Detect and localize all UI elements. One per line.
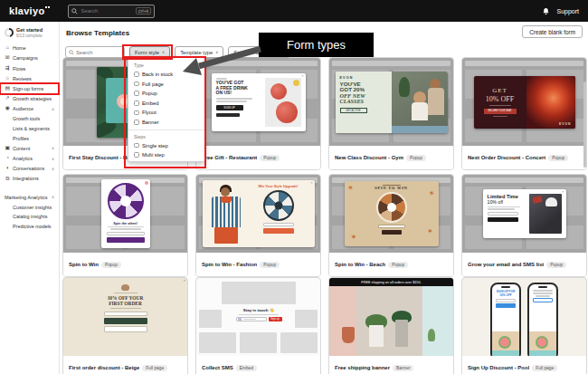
support-link[interactable]: Support	[556, 8, 579, 14]
filter-option-full-page[interactable]: Full page	[134, 82, 199, 87]
template-title: Grow your email and SMS list	[468, 262, 544, 267]
progress-ring-icon	[5, 28, 14, 37]
prize-wheel	[263, 190, 294, 221]
country-flag-icon	[238, 318, 242, 321]
sidebar-item-marketing-analytics[interactable]: Marketing Analytics∧	[0, 192, 59, 202]
popup-preview: × Win Your Style Upgrade!	[203, 180, 315, 247]
create-blank-form-button[interactable]: Create blank form	[522, 25, 583, 38]
sidebar-item-home[interactable]: ⌂Home	[0, 43, 59, 53]
sidebar-item-label: Sign-up forms	[13, 86, 43, 91]
template-card-spin-to-win-beach[interactable]: ✶ ✶ ✶ ✶ SPIN TO WIN Spin to Win - BeachP…	[328, 174, 454, 277]
filter-option-popup[interactable]: Popup	[134, 91, 199, 96]
option-label: Popup	[142, 91, 157, 96]
sidebar-item-label: Analytics	[13, 156, 33, 161]
template-card-new-class-discount-gym[interactable]: EVON YOU'VE GOT 20% OFF NEW CLASSES GET …	[328, 57, 454, 170]
template-search-input[interactable]	[76, 50, 121, 55]
template-card-spin-to-win-fashion[interactable]: × Win Your Style Upgrade! Spin to Win - …	[195, 174, 321, 277]
main-content: Browse Templates Create blank form Form …	[60, 22, 588, 374]
template-preview: ✶ ✶ ✶ ✶ SPIN TO WIN	[329, 175, 453, 253]
close-icon: ×	[301, 74, 303, 78]
sidebar-item-predictive-models[interactable]: Predictive models	[0, 222, 59, 232]
popup-preview: ✶ ✶ ✶ ✶ SPIN TO WIN	[345, 181, 439, 246]
page-title: Browse Templates	[66, 29, 129, 37]
gym-photo	[392, 72, 448, 133]
get-started-item[interactable]: Get started 6/13 complete	[0, 25, 59, 40]
popup-dismiss-button	[104, 326, 147, 332]
popup-preview: Spin the wheel	[101, 179, 150, 248]
checkbox-icon[interactable]	[134, 101, 139, 106]
sidebar-item-content[interactable]: ▣Content∨	[0, 143, 59, 153]
template-card-free-shipping-banner[interactable]: FREE shipping on all orders over $150. F…	[328, 277, 454, 374]
filter-option-embed[interactable]: Embed	[134, 101, 199, 106]
popup-cta-button	[488, 217, 518, 223]
close-icon	[145, 181, 148, 185]
starfish-icon: ✶	[426, 227, 433, 235]
vertical-scrollbar[interactable]	[583, 82, 587, 168]
checkbox-icon[interactable]	[134, 110, 139, 116]
popup-preview: × YOU'VE GOTA FREE DRINKON US! SIGN UP	[212, 73, 306, 131]
prize-wheel	[108, 183, 144, 219]
global-search[interactable]: ctrl+k	[68, 5, 155, 18]
filter-option-banner[interactable]: Banner	[134, 120, 199, 125]
sidebar-item-campaigns[interactable]: ✉Campaigns	[0, 53, 59, 63]
sidebar-item-conversations[interactable]: ◖Conversations∨	[0, 164, 59, 174]
filter-option-multi-step[interactable]: Multi step	[134, 152, 199, 158]
phone-notch	[501, 286, 510, 289]
sidebar: Get started 6/13 complete ⌂Home ✉Campaig…	[0, 22, 60, 374]
template-card-sign-up-discount-pool[interactable]: SIGN UP FOR10% OFF Sign Up Discount - Po…	[461, 277, 587, 374]
sidebar-item-profiles[interactable]: Profiles	[0, 133, 59, 143]
puzzle-icon: ⧉	[5, 177, 11, 182]
sidebar-item-growth-tools[interactable]: Growth tools	[0, 114, 59, 124]
option-label: Single step	[142, 143, 168, 149]
sidebar-item-integrations[interactable]: ⧉Integrations	[0, 174, 59, 184]
filter-option-single-step[interactable]: Single step	[134, 143, 199, 149]
sidebar-item-flows[interactable]: ⇶Flows	[0, 63, 59, 73]
phone-notch	[538, 286, 547, 289]
popup-heading: Stay in touch 👋	[243, 308, 274, 312]
sidebar-item-catalog-insights[interactable]: Catalog insights	[0, 212, 59, 222]
template-card-spin-to-win[interactable]: Spin the wheel Spin to WinPopup	[62, 174, 188, 277]
template-card-grow-email-sms[interactable]: × Limited Time 10% off Grow your email a…	[461, 174, 587, 277]
klaviyo-logo[interactable]: klaviyo	[9, 5, 44, 16]
popup-cta-button	[107, 237, 145, 243]
checkbox-icon[interactable]	[134, 91, 139, 96]
sidebar-item-lists-segments[interactable]: Lists & segments	[0, 124, 59, 134]
global-search-input[interactable]	[81, 8, 132, 14]
checkbox-icon[interactable]	[134, 152, 139, 158]
chevron-down-icon: ∨	[52, 167, 54, 171]
sidebar-item-audience[interactable]: ◉Audience∧	[0, 104, 59, 114]
template-preview: SIGN UP FOR10% OFF	[462, 278, 586, 356]
template-title: Spin to Win - Fashion	[202, 262, 257, 267]
sidebar-item-analytics[interactable]: ◔Analytics∨	[0, 153, 59, 163]
sidebar-item-growth-strategies[interactable]: ↗Growth strategies	[0, 94, 59, 104]
template-badge: Banner	[393, 365, 413, 371]
option-label: Banner	[142, 120, 159, 125]
template-card-next-order-discount-concert[interactable]: GET 10% OFF SECURE YOUR SEAT EVON Next O…	[461, 57, 587, 170]
template-preview: × YOU'VE GOTA FREE DRINKON US! SIGN UP	[196, 58, 320, 146]
template-card-free-gift-restaurant[interactable]: × YOU'VE GOTA FREE DRINKON US! SIGN UP	[195, 57, 321, 170]
template-preview: Spin the wheel	[63, 175, 187, 253]
option-label: Full page	[142, 82, 164, 87]
template-card-collect-sms[interactable]: Stay in touch 👋 Sign up Collect SMSEmbed	[195, 277, 321, 374]
filter-option-back-in-stock[interactable]: Back in stock	[134, 72, 199, 77]
popup-heading: 10% OFF YOURFIRST ORDER	[108, 295, 144, 306]
template-search[interactable]	[65, 46, 125, 58]
checkbox-icon[interactable]	[134, 82, 139, 87]
checkbox-icon[interactable]	[134, 143, 139, 149]
template-badge: Full page	[532, 365, 557, 371]
checkbox-icon[interactable]	[134, 72, 139, 77]
brand-logo-text: EVON	[559, 122, 572, 126]
template-title: Next Order Discount - Concert	[468, 155, 545, 160]
starfish-icon: ✶	[346, 184, 355, 192]
sidebar-item-signup-forms[interactable]: ▤Sign-up forms	[0, 83, 59, 93]
get-started-title: Get started	[16, 27, 43, 34]
template-badge: Popup	[546, 262, 566, 268]
sidebar-item-customer-insights[interactable]: Customer insights	[0, 202, 59, 212]
template-card-first-order-discount-beige[interactable]: × 10% OFF YOURFIRST ORDER First order di…	[62, 277, 188, 374]
notification-bell-icon[interactable]	[542, 7, 550, 15]
checkbox-icon[interactable]	[134, 120, 139, 125]
form-style-dropdown: Type Back in stock Full page Popup Embed…	[128, 57, 205, 162]
popup-heading: SPIN TO WIN	[375, 186, 407, 190]
filter-option-flyout[interactable]: Flyout	[134, 110, 199, 115]
sidebar-item-reviews[interactable]: ☆Reviews	[0, 73, 59, 83]
